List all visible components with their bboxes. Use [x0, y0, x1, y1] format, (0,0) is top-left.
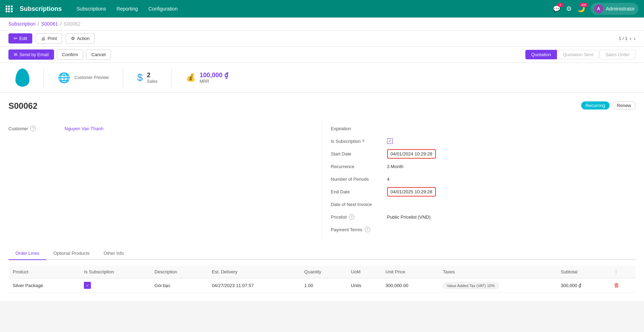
- pagination-prev[interactable]: ‹: [630, 35, 631, 42]
- row-subtotal: 300,000 ₫: [557, 278, 610, 293]
- start-date-field-row: Start Date 04/01/2024 10:29:28: [331, 147, 636, 160]
- mrr-stat[interactable]: 💰 100,000 ₫ MRR: [179, 66, 235, 89]
- row-product[interactable]: Silver Package: [8, 278, 80, 293]
- col-actions-header: ⋮: [610, 266, 636, 278]
- moon-icon-button[interactable]: 🌙 400: [577, 5, 585, 13]
- form-right: Expiration Is Subscription ? Start Date …: [322, 119, 636, 239]
- pricelist-help-icon[interactable]: ?: [349, 214, 354, 220]
- customer-help-icon[interactable]: ?: [30, 126, 36, 131]
- form-grid: Customer ? Nguyen Van Thanh Expiration I…: [8, 119, 636, 239]
- send-by-email-button[interactable]: ✉ Send by Email: [8, 49, 54, 60]
- user-menu-button[interactable]: A Administrator: [591, 3, 638, 15]
- mrr-label: MRR: [200, 79, 228, 84]
- mrr-value: 100,000 ₫: [200, 71, 228, 79]
- toolbar: ✏ Edit 🖨 Print ⚙ Action 1 / 1 ‹ ›: [0, 31, 644, 47]
- quotation-label: Quotation: [531, 52, 551, 57]
- gear-icon: ⚙: [71, 36, 75, 41]
- nav-reporting[interactable]: Reporting: [112, 4, 142, 14]
- payment-terms-field-row: Payment Terms ?: [331, 223, 636, 236]
- customer-value[interactable]: Nguyen Van Thanh: [65, 126, 322, 131]
- breadcrumb-s00061[interactable]: S00061: [41, 21, 58, 27]
- row-taxes: Value Added Tax (VAT) 10%: [439, 278, 557, 293]
- dollar-icon: $: [137, 72, 143, 83]
- start-date-value[interactable]: 04/01/2024 10:29:28: [387, 151, 636, 157]
- quotation-sent-label: Quotation Sent: [563, 52, 593, 57]
- col-product: Product: [8, 266, 80, 278]
- nav-subscriptions[interactable]: Subscriptions: [72, 4, 110, 14]
- col-unit-price: Unit Price: [381, 266, 439, 278]
- settings-icon-button[interactable]: ⚙: [566, 5, 572, 13]
- edit-button[interactable]: ✏ Edit: [8, 33, 32, 44]
- breadcrumb-current: S00062: [64, 21, 80, 27]
- tab-order-lines[interactable]: Order Lines: [8, 247, 46, 260]
- end-date-value[interactable]: 04/01/2025 10:29:28: [387, 189, 636, 194]
- pagination-area: 1 / 1 ‹ ›: [619, 35, 636, 42]
- pagination: 1 / 1 ‹ ›: [619, 35, 636, 42]
- pricelist-field-row: Pricelist ? Public Pricelist (VND): [331, 211, 636, 223]
- record-tags: Recurring Renew: [581, 101, 636, 110]
- recurring-tag: Recurring: [581, 101, 609, 109]
- breadcrumb-subscription[interactable]: Subscription: [8, 21, 35, 27]
- col-est-delivery: Est. Delivery: [208, 266, 300, 278]
- payment-terms-help-icon[interactable]: ?: [365, 227, 370, 232]
- customer-preview-stat[interactable]: 🌐 Customer Preview: [51, 66, 116, 89]
- app-menu-icon[interactable]: [6, 6, 13, 12]
- row-quantity[interactable]: 1.00: [300, 278, 347, 293]
- date-next-invoice-field-row: Date of Next Invoice: [331, 198, 636, 211]
- moon-badge: 400: [580, 3, 588, 7]
- app-brand: Subscriptions: [20, 5, 62, 13]
- status-steps: Quotation Quotation Sent Sales Order: [525, 50, 636, 59]
- chat-badge: 2: [558, 3, 563, 7]
- row-unit-price[interactable]: 300,000.00: [381, 278, 439, 293]
- col-subtotal: Subtotal: [557, 266, 610, 278]
- print-button[interactable]: 🖨 Print: [36, 33, 62, 44]
- chat-icon-button[interactable]: 💬 2: [553, 5, 560, 13]
- status-sales-order[interactable]: Sales Order: [599, 50, 636, 59]
- water-drop-logo: [15, 68, 29, 87]
- cancel-button[interactable]: Cancel: [86, 49, 111, 60]
- renew-tag[interactable]: Renew: [612, 101, 636, 110]
- breadcrumb: Subscription / S00061 / S00062: [0, 18, 644, 31]
- logo-area: [8, 63, 36, 92]
- stats-bar: 🌐 Customer Preview $ 2 Sales 💰 100,000 ₫…: [0, 63, 644, 93]
- row-description: Gói bạc: [150, 278, 208, 293]
- expiration-label: Expiration: [331, 126, 387, 131]
- number-of-periods-value[interactable]: 4: [387, 177, 636, 182]
- form-left: Customer ? Nguyen Van Thanh: [8, 119, 322, 239]
- form-header: S00062 Recurring Renew: [8, 101, 636, 111]
- tab-optional-products[interactable]: Optional Products: [46, 247, 97, 260]
- tab-other-info[interactable]: Other Info: [97, 247, 131, 260]
- nav-links: Subscriptions Reporting Configuration: [72, 4, 546, 14]
- recurrence-value[interactable]: 3 Month: [387, 164, 636, 169]
- number-of-periods-label: Number of Periods: [331, 177, 387, 182]
- print-icon: 🖨: [41, 36, 46, 41]
- pricelist-value[interactable]: Public Pricelist (VND): [387, 214, 636, 220]
- column-options-icon[interactable]: ⋮: [614, 269, 618, 274]
- delete-row-icon[interactable]: 🗑: [614, 282, 619, 288]
- is-subscription-label: Is Subscription ?: [331, 139, 387, 144]
- sales-stat[interactable]: $ 2 Sales: [130, 66, 165, 89]
- action-button[interactable]: ⚙ Action: [66, 33, 95, 44]
- tax-badge[interactable]: Value Added Tax (VAT) 10%: [443, 283, 499, 289]
- pagination-text: 1 / 1: [619, 36, 628, 41]
- status-quotation-sent[interactable]: Quotation Sent: [557, 50, 599, 59]
- is-subscription-value[interactable]: [387, 138, 636, 144]
- start-date-label: Start Date: [331, 151, 387, 157]
- sales-label: Sales: [147, 79, 158, 84]
- pagination-next[interactable]: ›: [634, 35, 636, 42]
- main-content: S00062 Recurring Renew Customer ? Nguyen…: [0, 93, 644, 301]
- stats-divider-1: [44, 67, 44, 88]
- row-delete[interactable]: 🗑: [610, 278, 636, 293]
- nav-configuration[interactable]: Configuration: [144, 4, 182, 14]
- confirm-button[interactable]: Confirm: [57, 49, 84, 60]
- is-subscription-checkbox[interactable]: [387, 138, 393, 144]
- table-row: Silver Package Gói bạc 04/27/2023 11:07:…: [8, 278, 636, 293]
- user-name: Administrator: [606, 6, 635, 12]
- row-uom[interactable]: Units: [347, 278, 381, 293]
- status-quotation[interactable]: Quotation: [525, 50, 557, 59]
- row-subscription-checkbox[interactable]: [84, 282, 91, 289]
- record-title: S00062: [8, 101, 38, 111]
- edit-icon: ✏: [14, 36, 18, 41]
- sales-order-label: Sales Order: [605, 52, 630, 57]
- action-label: Action: [77, 36, 89, 41]
